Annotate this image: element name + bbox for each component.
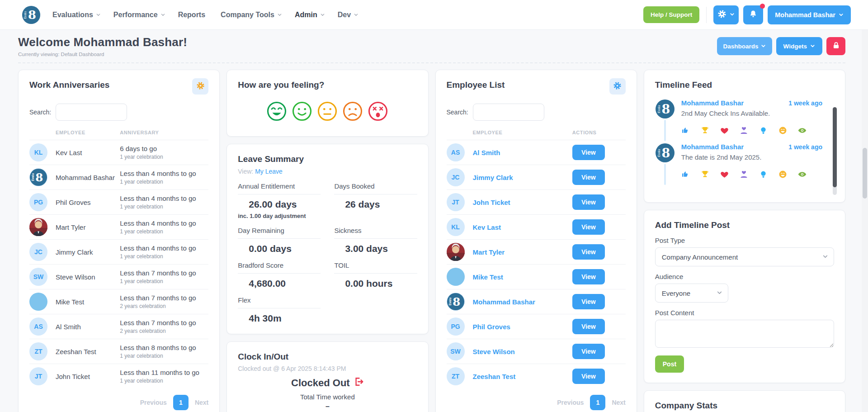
view-button[interactable]: View	[572, 319, 605, 334]
employee-name-link[interactable]: Steve Wilson	[473, 348, 572, 355]
bell-icon	[749, 9, 758, 20]
post-type-select[interactable]: Company Announcement	[655, 247, 834, 266]
view-button[interactable]: View	[572, 344, 605, 359]
thumbs-up-icon[interactable]	[681, 126, 690, 135]
nav-item[interactable]: Dev	[338, 11, 359, 19]
svg-text:8: 8	[661, 102, 670, 116]
settings-menu-button[interactable]	[713, 5, 739, 24]
nav-item[interactable]: Admin	[295, 11, 325, 19]
avatar-initials: SW	[33, 273, 44, 280]
audience-select[interactable]: Everyone	[655, 284, 728, 303]
heart-icon[interactable]	[720, 170, 729, 179]
view-button[interactable]: View	[572, 145, 605, 160]
eye-icon[interactable]	[798, 170, 807, 179]
employee-name-link[interactable]: Zeeshan Test	[473, 373, 572, 380]
mood-neutral-icon[interactable]	[317, 101, 338, 123]
total-time-label: Total Time worked	[238, 393, 417, 401]
anniversary-when: Less than 8 months to go	[120, 344, 208, 351]
user-menu-button[interactable]: Mohammad Bashar	[768, 5, 851, 24]
thumbs-up-icon[interactable]	[681, 170, 690, 179]
work-anniversaries-settings-button[interactable]	[192, 78, 208, 95]
anniversary-milestone: 2 years celebration	[120, 303, 208, 309]
dashboards-button[interactable]: Dashboards	[717, 37, 772, 55]
nav-item[interactable]: Evaluations	[52, 11, 101, 19]
previous-button[interactable]: Previous	[557, 399, 584, 406]
trophy-icon[interactable]	[701, 126, 709, 135]
lightbulb-icon[interactable]	[759, 170, 768, 179]
reactions-bar	[681, 170, 822, 179]
post-content-textarea[interactable]	[655, 320, 834, 348]
column-anniversary: ANNIVERSARY	[120, 130, 208, 135]
nav-item[interactable]: Company Tools	[221, 11, 282, 19]
nav-item[interactable]: Reports	[178, 11, 208, 19]
stat-value: 26 days	[334, 199, 417, 210]
avatar-initials: ZT	[34, 348, 42, 355]
help-support-button[interactable]: Help / Support	[643, 6, 699, 23]
eye-icon[interactable]	[798, 126, 807, 135]
employee-name-link[interactable]: Al Smith	[473, 149, 572, 156]
avatar-initials: ZT	[452, 373, 459, 380]
svg-text:8: 8	[661, 146, 670, 160]
avatar-initials: JT	[452, 199, 459, 206]
view-button[interactable]: View	[572, 194, 605, 210]
avatar: JT	[447, 193, 465, 211]
search-label: Search:	[29, 109, 51, 116]
hand-heart-icon[interactable]	[740, 170, 748, 179]
employee-name-link[interactable]: Mike Test	[473, 273, 572, 281]
previous-button[interactable]: Previous	[140, 399, 167, 406]
employee-list-settings-button[interactable]	[609, 78, 626, 95]
grin-icon[interactable]	[778, 170, 787, 179]
next-button[interactable]: Next	[612, 399, 625, 406]
total-time-value: –	[238, 403, 417, 411]
page-1-button[interactable]: 1	[590, 395, 605, 410]
employee-name-link[interactable]: Jimmy Clark	[473, 174, 572, 181]
grin-icon[interactable]	[778, 126, 787, 135]
main-menu: Evaluations Performance Reports Company …	[52, 11, 359, 19]
employee-name-link[interactable]: John Ticket	[473, 199, 572, 206]
search-input[interactable]	[56, 104, 127, 121]
post-author-link[interactable]: Mohammad Bashar	[681, 99, 744, 107]
view-button[interactable]: View	[572, 369, 605, 384]
svg-text:Evalu: Evalu	[24, 11, 27, 19]
heart-icon[interactable]	[720, 126, 729, 135]
anniversary-milestone: 1 year celebration	[120, 179, 208, 185]
post-button[interactable]: Post	[655, 355, 684, 373]
audience-label: Audience	[655, 273, 834, 280]
mood-very-sad-icon[interactable]	[368, 101, 388, 123]
widgets-button[interactable]: Widgets	[776, 37, 822, 55]
my-leave-link[interactable]: My Leave	[255, 168, 283, 175]
employee-name-link[interactable]: Mohammad Bashar	[473, 298, 572, 306]
search-input[interactable]	[473, 104, 544, 121]
lightbulb-icon[interactable]	[759, 126, 768, 135]
trophy-icon[interactable]	[701, 170, 709, 179]
lock-dashboard-button[interactable]	[826, 37, 845, 55]
next-button[interactable]: Next	[195, 399, 208, 406]
anniversary-milestone: 1 year celebration	[120, 154, 208, 160]
employee-name-link[interactable]: Mart Tyler	[473, 248, 572, 256]
view-button[interactable]: View	[572, 269, 605, 284]
mood-sad-icon[interactable]	[342, 101, 363, 123]
mood-happy-icon[interactable]	[292, 101, 312, 123]
employee-name-link[interactable]: Phil Groves	[473, 323, 572, 331]
notifications-button[interactable]	[743, 5, 763, 24]
scrollbar-thumb[interactable]	[863, 148, 867, 199]
page-1-button[interactable]: 1	[173, 395, 189, 410]
gear-icon	[613, 81, 622, 91]
card-title: Company Stats	[655, 401, 834, 411]
evalu8-logo[interactable]: 8Evalu	[22, 5, 41, 24]
post-author-link[interactable]: Mohammad Bashar	[681, 143, 744, 151]
view-button[interactable]: View	[572, 294, 605, 309]
employee-name-link[interactable]: Kev Last	[473, 223, 572, 231]
view-button[interactable]: View	[572, 244, 605, 260]
page-header: Welcome Mohammad Bashar! Currently viewi…	[0, 30, 868, 57]
view-button[interactable]: View	[572, 170, 605, 185]
stat-note: inc. 1.00 day adjustment	[238, 213, 321, 219]
hand-heart-icon[interactable]	[740, 126, 748, 135]
svg-text:8: 8	[28, 8, 36, 22]
scrollbar-thumb[interactable]	[833, 107, 837, 187]
nav-item[interactable]: Performance	[113, 11, 165, 19]
table-row: JT John Ticket Less than 11 months to go…	[29, 364, 208, 388]
view-button[interactable]: View	[572, 219, 605, 235]
timeline-feed-card: Timeline Feed 8Evalu Mohammad Bashar 1 w…	[644, 70, 845, 203]
mood-very-happy-icon[interactable]	[266, 101, 287, 123]
